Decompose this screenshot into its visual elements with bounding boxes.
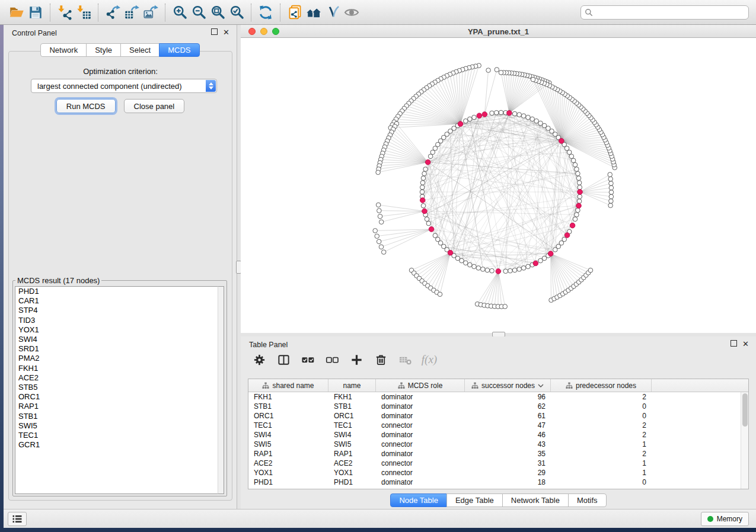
table-row[interactable]: SWI4SWI4dominator462 (248, 430, 741, 440)
network-node[interactable] (508, 268, 513, 273)
zoom-in-button[interactable] (170, 2, 189, 23)
network-window-titlebar[interactable]: YPA_prune.txt_1 (241, 25, 756, 38)
column-header-shared-name[interactable]: shared name (248, 379, 328, 392)
network-node[interactable] (460, 258, 464, 263)
table-cell[interactable]: 62 (465, 402, 551, 411)
network-leaf-node[interactable] (588, 268, 593, 273)
network-mcds-node[interactable] (425, 160, 430, 165)
network-node[interactable] (472, 115, 477, 120)
network-node[interactable] (499, 110, 503, 115)
network-node[interactable] (481, 267, 486, 272)
network-mcds-node[interactable] (482, 112, 487, 117)
table-cell[interactable]: 1 (551, 440, 652, 449)
mcds-result-item[interactable]: SWI4 (15, 335, 218, 344)
network-node[interactable] (420, 181, 425, 185)
network-node[interactable] (577, 199, 582, 204)
table-cell[interactable]: SWI5 (328, 440, 376, 449)
close-panel-icon[interactable]: ✕ (223, 28, 229, 37)
network-node[interactable] (468, 262, 473, 267)
tab-select[interactable]: Select (120, 43, 160, 57)
table-cell[interactable]: 29 (465, 468, 551, 477)
table-tab-motifs[interactable]: Motifs (568, 493, 607, 507)
table-cell[interactable]: SWI4 (328, 430, 376, 440)
new-network-from-selection-button[interactable] (285, 2, 304, 23)
network-node[interactable] (573, 217, 578, 222)
network-node[interactable] (490, 268, 495, 273)
tab-mcds[interactable]: MCDS (159, 43, 199, 57)
table-cell[interactable]: 96 (465, 392, 551, 402)
network-node[interactable] (534, 118, 539, 123)
table-cell[interactable]: dominator (376, 430, 465, 440)
network-node[interactable] (530, 117, 535, 121)
network-mcds-node[interactable] (458, 121, 463, 127)
network-node[interactable] (430, 150, 435, 155)
network-node[interactable] (464, 261, 468, 265)
network-node[interactable] (573, 162, 578, 167)
unselect-all-rows-button[interactable] (324, 352, 340, 367)
table-row[interactable]: TEC1TEC1connector472 (248, 421, 741, 430)
hide-selected-button[interactable] (342, 2, 361, 23)
network-node[interactable] (490, 111, 495, 116)
table-row[interactable]: ACE2ACE2connector311 (248, 459, 741, 468)
network-node[interactable] (426, 221, 431, 226)
network-leaf-node[interactable] (503, 305, 508, 309)
run-mcds-button[interactable]: Run MCDS (56, 99, 116, 113)
network-mcds-node[interactable] (496, 269, 501, 274)
table-row[interactable]: ORC1ORC1dominator610 (248, 411, 741, 421)
network-leaf-node[interactable] (608, 177, 613, 181)
network-node[interactable] (538, 121, 543, 126)
table-cell[interactable]: SWI4 (248, 430, 328, 440)
network-node[interactable] (569, 154, 574, 159)
table-cell[interactable]: connector (376, 459, 465, 468)
table-options-button[interactable] (251, 352, 267, 367)
mcds-result-item[interactable]: GCR1 (15, 440, 218, 450)
table-cell[interactable]: TEC1 (248, 421, 328, 430)
network-node[interactable] (517, 113, 522, 117)
network-mcds-node[interactable] (422, 209, 428, 214)
table-cell[interactable]: PHD1 (328, 477, 376, 487)
table-cell[interactable]: 2 (551, 421, 652, 430)
close-mcds-panel-button[interactable]: Close panel (124, 99, 185, 113)
network-node[interactable] (421, 176, 426, 181)
network-leaf-node[interactable] (609, 185, 614, 190)
apply-layout-button[interactable] (256, 2, 275, 23)
table-cell[interactable]: RAP1 (328, 449, 376, 459)
mcds-result-item[interactable]: STP4 (15, 306, 218, 315)
network-node[interactable] (576, 176, 581, 181)
network-mcds-node[interactable] (533, 261, 538, 266)
table-cell[interactable]: PHD1 (248, 477, 328, 487)
table-cell[interactable]: dominator (376, 392, 465, 402)
network-leaf-node[interactable] (377, 209, 382, 213)
table-cell[interactable]: connector (376, 440, 465, 449)
table-cell[interactable]: RAP1 (248, 449, 328, 459)
close-table-panel-icon[interactable]: ✕ (742, 340, 749, 348)
table-cell[interactable]: STB1 (328, 402, 376, 411)
zoom-out-button[interactable] (189, 2, 208, 23)
table-cell[interactable]: dominator (376, 449, 465, 459)
network-node[interactable] (422, 171, 427, 176)
column-header-successor-nodes[interactable]: successor nodes (465, 379, 551, 392)
table-cell[interactable]: ACE2 (328, 459, 376, 468)
table-cell[interactable]: 0 (551, 402, 652, 411)
import-network-button[interactable] (55, 2, 74, 23)
network-leaf-node[interactable] (378, 214, 382, 219)
network-node[interactable] (576, 171, 580, 176)
mcds-result-item[interactable]: YOX1 (15, 325, 218, 335)
network-mcds-node[interactable] (448, 250, 453, 255)
mcds-result-item[interactable]: PMA2 (15, 354, 218, 363)
export-table-button[interactable] (122, 2, 141, 23)
column-header-name[interactable]: name (328, 379, 376, 392)
tab-network[interactable]: Network (40, 43, 87, 57)
network-leaf-node[interactable] (609, 199, 614, 204)
table-row[interactable]: SWI5SWI5connector431 (248, 440, 741, 449)
network-node[interactable] (494, 110, 499, 115)
network-node[interactable] (476, 266, 481, 271)
table-cell[interactable]: YOX1 (248, 468, 328, 477)
table-cell[interactable]: ORC1 (248, 411, 328, 421)
mcds-result-item[interactable]: RAP1 (15, 402, 218, 411)
export-network-button[interactable] (103, 2, 122, 23)
float-panel-icon[interactable] (211, 28, 218, 35)
mcds-result-item[interactable]: STB1 (15, 412, 218, 421)
table-cell[interactable]: dominator (376, 402, 465, 411)
mcds-result-item[interactable]: CAR1 (15, 296, 218, 306)
